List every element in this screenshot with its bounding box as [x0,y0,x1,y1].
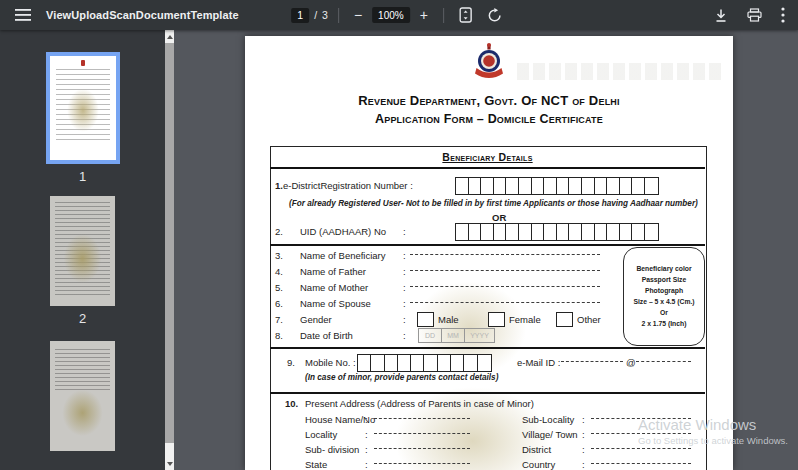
input-box-cell [582,178,595,194]
dob-year-box: YYYY [465,328,495,343]
field-label: Country [522,459,555,470]
input-box-cell [494,224,507,240]
uid-boxes [455,223,659,241]
photo-box-line: Photograph [645,287,683,295]
blank-line [374,453,470,464]
input-box-cell [456,224,469,240]
input-box-cell [464,355,477,371]
page-number-input[interactable] [291,8,309,23]
thumbnail-page-1[interactable]: 1 [46,30,120,184]
mini-page-content [56,69,110,144]
input-box-cell [607,178,620,194]
input-box-cell [645,178,658,194]
photo-instructions-box: Beneficiary color Passport Size Photogra… [623,247,705,346]
field-number: 10. [285,398,298,409]
scroll-down-button[interactable] [165,457,174,470]
input-box-cell [532,178,545,194]
download-button[interactable] [709,6,733,25]
input-box-cell [582,224,595,240]
other-checkbox [556,312,573,327]
gender-option-label: Other [577,314,601,325]
field-label: Sub- division [305,444,359,455]
thumbnail-image-2[interactable] [50,196,115,306]
dob-boxes: DD MM YYYY [418,328,495,343]
field-number: 3. [275,250,283,261]
field-label: e-DistrictRegistration Number : [283,180,413,191]
blank-line [374,423,470,434]
pdf-page-1: Revenue Department, Govt. Of NCT of Delh… [245,36,733,470]
zoom-out-button[interactable]: − [349,6,367,24]
scroll-up-icon [167,35,173,39]
or-label: OR [492,212,506,223]
field-label: Name of Spouse [300,298,371,309]
input-box-cell [595,178,608,194]
thumbnail-page-3[interactable] [50,326,115,451]
input-box-cell [411,355,424,371]
input-box-cell [424,355,437,371]
rotate-icon [487,8,502,23]
colon: : [403,282,406,293]
thumbnail-image-3[interactable] [50,341,115,451]
thumbnail-image-1[interactable] [46,52,120,164]
input-box-cell [481,224,494,240]
rotate-button[interactable] [482,6,507,25]
menu-button[interactable] [10,7,36,23]
input-box-cell [385,355,398,371]
scroll-up-button[interactable] [165,30,174,43]
input-box-cell [544,224,557,240]
toolbar-divider [443,8,444,23]
input-box-cell [506,178,519,194]
input-box-cell [620,178,633,194]
blank-line [591,453,691,464]
blank-line [636,351,691,362]
field-number: 5. [275,282,283,293]
scrollbar-thumb[interactable] [165,43,174,443]
photo-box-line: Beneficiary color [636,265,691,273]
input-box-cell [620,224,633,240]
input-box-cell [469,224,482,240]
field-number: 4. [275,266,283,277]
input-box-cell [469,178,482,194]
field-label: Locality [305,429,337,440]
mobile-label: Mobile No. : [305,357,356,368]
input-box-cell [456,178,469,194]
uid-label: UID (AADHAAR) No [300,226,386,237]
input-box-cell [371,355,384,371]
thumbnail-page-2[interactable]: 2 [50,184,115,326]
toolbar-right [709,5,798,25]
sidebar-scrollbar[interactable] [165,30,174,470]
field-number: 9. [287,357,295,368]
mobile-boxes [357,354,492,372]
field-label: Village/ Town [522,429,578,440]
input-box-cell [519,178,532,194]
section-divider [270,392,705,394]
section-title: Beneficiary Details [270,146,705,169]
blank-line [561,351,623,362]
gender-option-label: Male [438,314,459,325]
input-box-cell [569,178,582,194]
thumbnail-sidebar: 1 2 [0,30,165,470]
menu-icon [15,9,31,21]
print-button[interactable] [742,6,767,24]
field-label: State [305,459,327,470]
document-viewer[interactable]: Revenue Department, Govt. Of NCT of Delh… [174,30,798,470]
colon: : [403,330,406,341]
input-box-cell [557,224,570,240]
more-options-icon [781,7,785,23]
fit-page-button[interactable] [454,5,477,25]
colon: : [365,444,368,455]
zoom-level: 100% [372,7,410,23]
colon: : [582,459,585,470]
input-box-cell [358,355,371,371]
colon: : [582,414,585,425]
female-checkbox [488,312,505,327]
zoom-in-button[interactable]: + [415,6,433,24]
download-icon [714,8,728,23]
email-label: e-Mail ID : [517,357,560,368]
more-options-button[interactable] [776,5,790,25]
uid-number: 2. [275,226,283,237]
input-box-cell [438,355,451,371]
input-box-cell [632,178,645,194]
activate-windows-text: Activate Windows [638,416,756,433]
field-label: District [522,444,551,455]
